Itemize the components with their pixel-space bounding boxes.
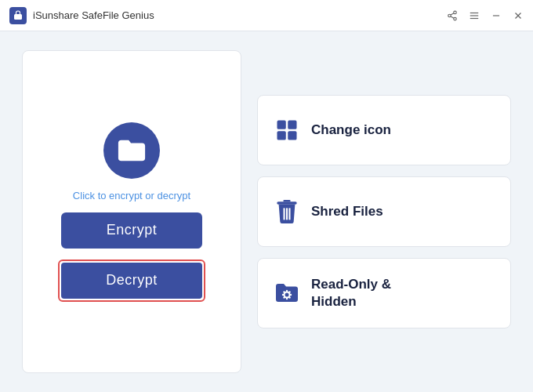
close-icon[interactable] (513, 10, 524, 21)
app-logo (9, 7, 27, 24)
left-panel: Click to encrypt or decrypt Encrypt Decr… (22, 50, 241, 373)
svg-rect-13 (288, 121, 296, 129)
decrypt-button[interactable]: Decrypt (61, 263, 202, 299)
svg-point-3 (454, 17, 457, 20)
svg-line-5 (451, 13, 454, 14)
decrypt-button-wrapper: Decrypt (58, 260, 205, 302)
svg-rect-12 (277, 121, 286, 129)
svg-point-29 (288, 291, 290, 292)
change-icon-card[interactable]: Change icon (257, 95, 511, 165)
svg-point-28 (288, 296, 290, 298)
svg-point-1 (454, 11, 457, 13)
share-icon[interactable] (447, 10, 458, 21)
svg-rect-14 (277, 131, 286, 140)
change-icon-icon (275, 118, 299, 142)
read-only-hidden-label: Read-Only &Hidden (311, 276, 391, 310)
svg-point-22 (285, 293, 289, 297)
svg-rect-0 (14, 14, 22, 20)
svg-point-24 (286, 298, 288, 299)
shred-files-card[interactable]: Shred Files (257, 176, 511, 247)
read-only-hidden-card[interactable]: Read-Only &Hidden (257, 258, 511, 328)
folder-icon-circle[interactable] (103, 122, 160, 179)
change-icon-label: Change icon (311, 122, 391, 139)
window-controls (447, 10, 524, 21)
main-content: Click to encrypt or decrypt Encrypt Decr… (0, 31, 533, 392)
svg-point-30 (283, 296, 285, 298)
svg-point-26 (290, 294, 292, 296)
shred-files-label: Shred Files (311, 203, 383, 220)
right-panel: Change icon Shred Files (257, 50, 511, 373)
svg-line-4 (451, 16, 454, 17)
minimize-icon[interactable] (491, 10, 502, 21)
menu-icon[interactable] (469, 10, 480, 21)
shred-files-icon (275, 200, 299, 223)
svg-point-23 (286, 290, 288, 292)
svg-rect-17 (283, 200, 290, 201)
window-title: iSunshare SafeFile Genius (33, 9, 447, 21)
encrypt-button[interactable]: Encrypt (61, 212, 202, 249)
read-only-hidden-icon (275, 281, 299, 305)
svg-point-25 (282, 294, 284, 296)
svg-rect-15 (288, 131, 296, 140)
svg-point-27 (283, 291, 285, 292)
svg-point-2 (448, 14, 451, 17)
title-bar: iSunshare SafeFile Genius (0, 0, 533, 31)
encrypt-decrypt-hint: Click to encrypt or decrypt (73, 190, 190, 201)
svg-rect-16 (277, 201, 296, 204)
